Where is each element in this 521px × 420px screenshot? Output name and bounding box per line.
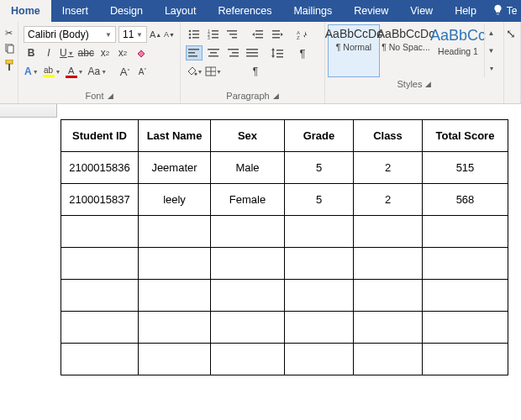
table-cell[interactable] bbox=[139, 312, 211, 344]
table-header[interactable]: Sex bbox=[211, 120, 285, 152]
increase-indent-button[interactable] bbox=[269, 27, 286, 42]
tab-insert[interactable]: Insert bbox=[51, 0, 99, 22]
tab-layout[interactable]: Layout bbox=[154, 0, 208, 22]
tab-design[interactable]: Design bbox=[99, 0, 154, 22]
grow-font-button[interactable]: A▲ bbox=[150, 27, 161, 42]
highlight-color-button[interactable]: ab▼ bbox=[42, 64, 62, 79]
grow-font-alt-button[interactable]: A˄ bbox=[118, 64, 133, 79]
table-cell[interactable]: 2 bbox=[354, 152, 423, 184]
tab-mailings[interactable]: Mailings bbox=[282, 0, 343, 22]
italic-button[interactable]: I bbox=[41, 45, 56, 60]
table-cell[interactable] bbox=[285, 216, 354, 248]
table-cell[interactable] bbox=[354, 312, 423, 344]
table-header[interactable]: Grade bbox=[285, 120, 354, 152]
decrease-indent-button[interactable] bbox=[250, 27, 266, 42]
table-cell[interactable]: 515 bbox=[423, 152, 508, 184]
table-header[interactable]: Total Score bbox=[423, 120, 508, 152]
table-cell[interactable] bbox=[61, 248, 139, 280]
shrink-font-button[interactable]: A▼ bbox=[164, 27, 175, 42]
table-cell[interactable]: leely bbox=[139, 184, 211, 216]
font-dialog-launcher[interactable]: ◢ bbox=[108, 92, 113, 100]
table-row[interactable] bbox=[61, 312, 508, 344]
table-cell[interactable] bbox=[354, 216, 423, 248]
styles-scroll-up[interactable]: ▲ bbox=[485, 24, 497, 42]
paragraph-dialog-launcher[interactable]: ◢ bbox=[273, 92, 279, 100]
table-cell[interactable]: 2100015836 bbox=[61, 152, 139, 184]
table-cell[interactable]: 2100015837 bbox=[61, 184, 139, 216]
show-marks-button[interactable]: ¶ bbox=[294, 45, 311, 60]
table-cell[interactable] bbox=[139, 216, 211, 248]
paragraph-marks-button[interactable]: ¶ bbox=[247, 64, 264, 79]
table-cell[interactable]: Female bbox=[211, 184, 285, 216]
table-cell[interactable] bbox=[139, 248, 211, 280]
multilevel-list-button[interactable] bbox=[224, 27, 241, 42]
table-cell[interactable] bbox=[423, 344, 508, 375]
table-cell[interactable] bbox=[61, 344, 139, 375]
bullets-button[interactable] bbox=[186, 27, 203, 42]
superscript-button[interactable]: x2 bbox=[115, 45, 130, 60]
table-cell[interactable] bbox=[285, 248, 354, 280]
style-no-spacing[interactable]: AaBbCcDc ¶ No Spac... bbox=[380, 24, 432, 77]
table-cell[interactable] bbox=[285, 344, 354, 375]
table-header[interactable]: Class bbox=[354, 120, 423, 152]
table-row[interactable] bbox=[61, 216, 508, 248]
text-effects-button[interactable]: A▼ bbox=[24, 64, 39, 79]
table-cell[interactable] bbox=[139, 344, 211, 375]
font-size-dropdown[interactable]: 11 ▼ bbox=[118, 26, 147, 43]
table-row[interactable]: 2100015837leelyFemale52568 bbox=[61, 184, 508, 216]
table-header[interactable]: Last Name bbox=[139, 120, 211, 152]
table-cell[interactable] bbox=[61, 312, 139, 344]
underline-button[interactable]: U▼ bbox=[59, 45, 75, 60]
table-cell[interactable] bbox=[354, 280, 423, 312]
justify-button[interactable] bbox=[244, 45, 260, 60]
cut-button[interactable]: ✂ bbox=[3, 26, 16, 39]
copy-button[interactable] bbox=[3, 43, 16, 56]
table-cell[interactable] bbox=[139, 280, 211, 312]
table-cell[interactable] bbox=[423, 312, 508, 344]
align-center-button[interactable] bbox=[205, 45, 222, 60]
table-cell[interactable] bbox=[423, 280, 508, 312]
table-cell[interactable]: 5 bbox=[285, 184, 354, 216]
sort-button[interactable]: AZ bbox=[294, 27, 311, 42]
table-cell[interactable] bbox=[354, 248, 423, 280]
table-cell[interactable]: 2 bbox=[354, 184, 423, 216]
table-cell[interactable] bbox=[211, 248, 285, 280]
table-cell[interactable]: Male bbox=[211, 152, 285, 184]
format-painter-button[interactable] bbox=[3, 60, 16, 73]
table-cell[interactable] bbox=[211, 344, 285, 375]
table-cell[interactable] bbox=[211, 280, 285, 312]
table-cell[interactable] bbox=[354, 344, 423, 375]
align-left-button[interactable] bbox=[186, 45, 203, 60]
table-row[interactable] bbox=[61, 344, 508, 375]
table-row[interactable]: 2100015836JeematerMale52515 bbox=[61, 152, 508, 184]
font-color-button[interactable]: A▼ bbox=[65, 64, 85, 79]
tab-references[interactable]: References bbox=[207, 0, 282, 22]
table-cell[interactable] bbox=[285, 280, 354, 312]
styles-dialog-launcher[interactable]: ◢ bbox=[425, 80, 431, 88]
style-heading-1[interactable]: AaBbCc Heading 1 bbox=[432, 24, 484, 77]
student-table[interactable]: Student IDLast NameSexGradeClassTotal Sc… bbox=[61, 119, 508, 375]
table-cell[interactable]: 568 bbox=[423, 184, 508, 216]
tab-view[interactable]: View bbox=[399, 0, 444, 22]
numbering-button[interactable]: 123 bbox=[205, 27, 222, 42]
table-cell[interactable] bbox=[61, 216, 139, 248]
align-right-button[interactable] bbox=[224, 45, 241, 60]
shading-button[interactable]: ▼ bbox=[186, 64, 203, 79]
tell-me-search[interactable]: Te bbox=[487, 0, 521, 22]
table-cell[interactable] bbox=[423, 248, 508, 280]
tab-help[interactable]: Help bbox=[444, 0, 487, 22]
tab-home[interactable]: Home bbox=[0, 0, 51, 22]
table-row[interactable] bbox=[61, 280, 508, 312]
styles-scroll-down[interactable]: ▼ bbox=[485, 42, 497, 60]
table-cell[interactable] bbox=[423, 216, 508, 248]
font-family-dropdown[interactable]: Calibri (Body) ▼ bbox=[24, 26, 116, 43]
bold-button[interactable]: B bbox=[24, 45, 39, 60]
styles-expand[interactable]: ▾ bbox=[485, 60, 497, 77]
table-cell[interactable] bbox=[61, 280, 139, 312]
subscript-button[interactable]: x2 bbox=[97, 45, 113, 60]
change-case-button[interactable]: Aa▼ bbox=[87, 64, 108, 79]
table-header[interactable]: Student ID bbox=[61, 120, 139, 152]
table-cell[interactable]: Jeemater bbox=[139, 152, 211, 184]
line-spacing-button[interactable] bbox=[269, 45, 286, 60]
table-cell[interactable] bbox=[211, 312, 285, 344]
